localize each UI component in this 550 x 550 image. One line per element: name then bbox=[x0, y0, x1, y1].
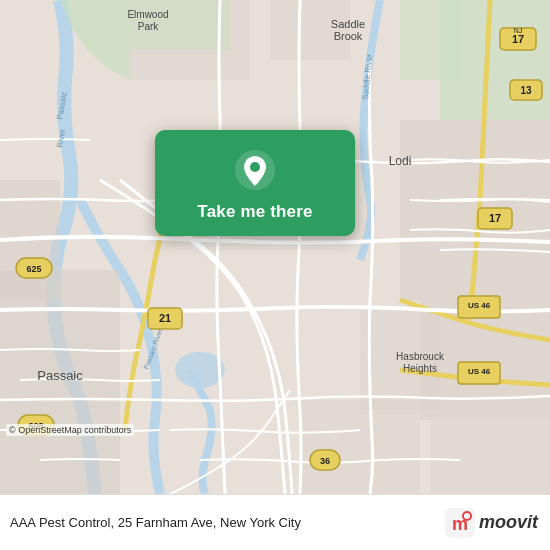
location-address: AAA Pest Control, 25 Farnham Ave, New Yo… bbox=[10, 515, 445, 530]
moovit-wordmark: moovit bbox=[479, 512, 538, 533]
moovit-logo: m moovit bbox=[445, 508, 538, 538]
svg-text:36: 36 bbox=[320, 456, 330, 466]
map-container: 17 NJ 17 21 13 625 US 46 US 46 608 36 El… bbox=[0, 0, 550, 494]
svg-text:Passaic: Passaic bbox=[37, 368, 83, 383]
moovit-icon: m bbox=[445, 508, 475, 538]
location-pin-icon bbox=[233, 148, 277, 192]
map-svg: 17 NJ 17 21 13 625 US 46 US 46 608 36 El… bbox=[0, 0, 550, 494]
svg-point-49 bbox=[250, 162, 260, 172]
svg-text:NJ: NJ bbox=[514, 27, 523, 34]
svg-text:17: 17 bbox=[512, 33, 524, 45]
svg-text:Hasbrouck: Hasbrouck bbox=[396, 351, 445, 362]
svg-text:Lodi: Lodi bbox=[389, 154, 412, 168]
svg-text:Park: Park bbox=[138, 21, 160, 32]
svg-rect-13 bbox=[400, 0, 460, 80]
take-me-there-label: Take me there bbox=[197, 202, 312, 222]
svg-text:Saddle: Saddle bbox=[331, 18, 365, 30]
svg-rect-10 bbox=[430, 420, 550, 494]
svg-rect-9 bbox=[300, 400, 420, 494]
svg-text:625: 625 bbox=[26, 264, 41, 274]
take-me-there-popup[interactable]: Take me there bbox=[155, 130, 355, 236]
svg-text:17: 17 bbox=[489, 212, 501, 224]
svg-text:Elmwood: Elmwood bbox=[127, 9, 168, 20]
svg-text:13: 13 bbox=[520, 85, 532, 96]
svg-point-53 bbox=[464, 513, 470, 519]
svg-text:US 46: US 46 bbox=[468, 301, 491, 310]
footer-bar: AAA Pest Control, 25 Farnham Ave, New Yo… bbox=[0, 494, 550, 550]
svg-text:Heights: Heights bbox=[403, 363, 437, 374]
map-attribution: © OpenStreetMap contributors bbox=[6, 424, 134, 436]
svg-text:Brook: Brook bbox=[334, 30, 363, 42]
svg-text:21: 21 bbox=[159, 312, 171, 324]
svg-text:US 46: US 46 bbox=[468, 367, 491, 376]
